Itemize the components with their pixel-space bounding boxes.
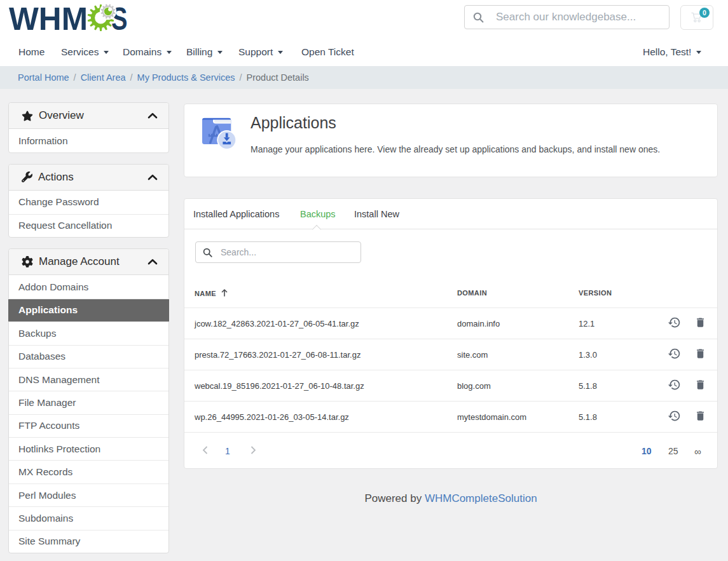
svg-text:WHM: WHM: [9, 3, 88, 34]
